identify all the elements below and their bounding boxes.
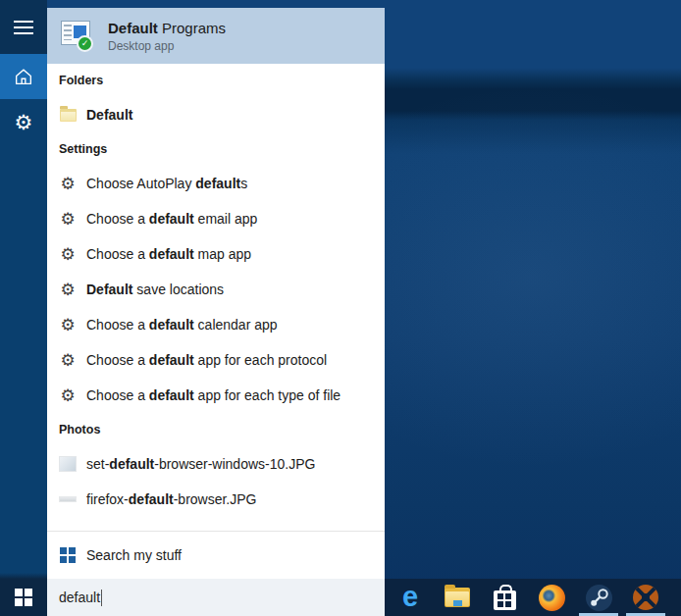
result-label: Choose a default map app [86,246,251,262]
result-label: Choose a default calendar app [86,317,278,333]
result-label: Choose a default email app [86,211,257,227]
search-results-panel: ✓ Default Programs Desktop app Folders D… [47,8,385,616]
team-fortress-icon [633,585,658,610]
result-choose-autoplay-defaults[interactable]: ⚙ Choose AutoPlay defaults [47,166,385,201]
search-input-value: default [59,590,100,605]
gear-icon: ⚙ [59,387,77,404]
result-choose-default-email-app[interactable]: ⚙ Choose a default email app [47,201,385,236]
gear-icon: ⚙ [59,317,77,334]
taskbar: e [385,579,681,616]
gear-icon: ⚙ [59,282,77,298]
home-icon [13,66,34,87]
search-input[interactable]: default [47,579,385,616]
gear-icon: ⚙ [59,211,77,228]
gear-icon: ⚙ [59,352,77,369]
result-choose-default-calendar-app[interactable]: ⚙ Choose a default calendar app [47,307,385,342]
result-choose-default-map-app[interactable]: ⚙ Choose a default map app [47,236,385,272]
start-menu-rail: ⚙ [0,0,47,616]
section-header-settings: Settings [47,132,385,166]
hamburger-icon [14,21,33,34]
store-icon [494,590,516,610]
result-folder-default[interactable]: Default [47,97,385,132]
result-choose-default-app-file-type[interactable]: ⚙ Choose a default app for each type of … [47,378,385,413]
top-result-default-programs[interactable]: ✓ Default Programs Desktop app [47,8,385,64]
result-label: firefox-default-browser.JPG [86,491,257,507]
settings-gear-icon: ⚙ [15,113,33,133]
taskbar-steam-button[interactable] [575,579,622,616]
photo-thumbnail-icon [59,496,77,502]
gear-icon: ⚙ [59,246,77,263]
result-label: Choose a default app for each protocol [86,352,327,368]
photo-thumbnail-icon [59,456,77,472]
section-header-photos: Photos [47,413,385,446]
steam-icon [586,585,612,611]
result-photo-set-default-browser[interactable]: set-default-browser-windows-10.JPG [47,446,385,482]
taskbar-store-button[interactable] [481,579,528,616]
result-label: set-default-browser-windows-10.JPG [86,456,315,472]
result-photo-firefox-default-browser[interactable]: firefox-default-browser.JPG [47,482,385,517]
result-label: Default save locations [86,282,224,297]
default-programs-icon: ✓ [61,21,94,52]
windows-logo-icon [15,589,32,606]
taskbar-file-explorer-button[interactable] [434,579,481,616]
taskbar-edge-button[interactable]: e [387,579,434,616]
green-check-icon: ✓ [77,35,93,52]
result-choose-default-app-protocol[interactable]: ⚙ Choose a default app for each protocol [47,342,385,378]
result-label: Choose AutoPlay defaults [86,176,247,191]
sidebar-item-home[interactable] [0,54,47,99]
taskbar-team-fortress-button[interactable] [622,579,669,616]
folder-icon [59,109,77,122]
result-default-save-locations[interactable]: ⚙ Default save locations [47,272,385,307]
text-cursor [101,590,102,606]
hamburger-menu-button[interactable] [0,6,47,49]
gear-icon: ⚙ [59,176,77,192]
top-result-title: Default Programs [108,20,226,36]
start-button[interactable] [0,579,47,616]
top-result-subtitle: Desktop app [108,39,226,53]
section-header-folders: Folders [47,64,385,97]
taskbar-firefox-button[interactable] [528,579,575,616]
result-label: Choose a default app for each type of fi… [86,387,340,403]
desktop: ⚙ ✓ Default Programs Desktop app Folders… [0,0,681,616]
edge-icon: e [402,583,418,611]
sidebar-item-settings[interactable]: ⚙ [0,100,47,145]
firefox-icon [539,585,565,611]
file-explorer-icon [445,588,470,607]
result-label: Default [86,107,132,123]
search-my-stuff-button[interactable]: Search my stuff [47,532,385,579]
windows-flag-icon [59,547,77,563]
search-my-stuff-label: Search my stuff [86,547,182,563]
